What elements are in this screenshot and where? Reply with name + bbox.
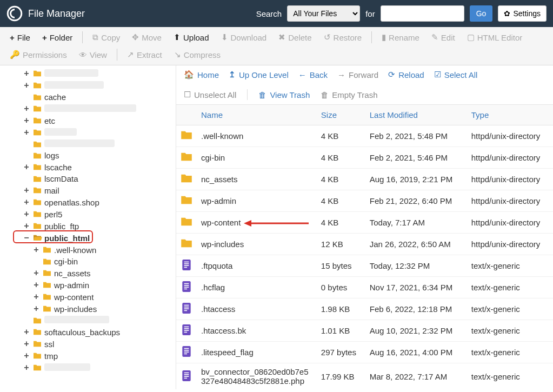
compress-icon: ↘ — [174, 50, 181, 59]
expander-icon[interactable]: + — [23, 351, 30, 361]
restore-button[interactable]: ↺Restore — [318, 29, 368, 45]
tree-item[interactable]: +mail — [2, 184, 176, 196]
table-row[interactable]: wp-includes12 KBJan 26, 2022, 6:50 AMhtt… — [176, 234, 553, 255]
settings-button[interactable]: ✿ Settings — [498, 5, 547, 22]
go-button[interactable]: Go — [470, 5, 493, 22]
col-type[interactable]: Type — [467, 105, 553, 125]
forward-button[interactable]: →Forward — [337, 70, 378, 79]
tree-item[interactable]: +softaculous_backups — [2, 326, 176, 338]
download-button[interactable]: ⬇Download — [216, 29, 272, 45]
tree-item[interactable]: +.well-known — [2, 244, 176, 256]
tree-item[interactable]: + — [2, 127, 176, 138]
tree-item[interactable]: + — [2, 362, 176, 374]
html-editor-button[interactable]: ▢HTML Editor — [462, 29, 528, 45]
tree-item[interactable]: cache — [2, 91, 176, 103]
table-row[interactable]: .htaccess.bk1.01 KBAug 10, 2021, 2:32 PM… — [176, 320, 553, 342]
expander-icon[interactable]: + — [23, 327, 30, 337]
move-button[interactable]: ✥Move — [126, 29, 167, 45]
extract-button[interactable]: ↗Extract — [122, 46, 168, 63]
table-row[interactable]: bv_connector_08620ed0b7e5327e48048483c5f… — [176, 363, 553, 390]
up-one-level-button[interactable]: ↥Up One Level — [229, 70, 289, 79]
expander-icon[interactable]: + — [32, 280, 40, 290]
search-scope-select[interactable]: All Your Files — [287, 5, 360, 22]
tree-item[interactable]: +wp-admin — [2, 279, 176, 291]
expander-icon[interactable]: + — [23, 209, 30, 219]
new-file-button[interactable]: +File — [4, 29, 36, 45]
tree-item[interactable]: logs — [2, 150, 176, 161]
folder-icon — [42, 258, 52, 265]
search-input[interactable] — [381, 5, 464, 22]
tree-item[interactable] — [2, 315, 176, 326]
tree-item[interactable]: + — [2, 103, 176, 115]
reload-button[interactable]: ⟳Reload — [388, 70, 424, 79]
new-folder-button[interactable]: +Folder — [37, 29, 78, 45]
tree-item[interactable]: + — [2, 68, 176, 79]
expander-icon[interactable]: + — [23, 185, 30, 195]
view-button[interactable]: 👁View — [74, 46, 112, 63]
expander-icon[interactable]: + — [23, 162, 30, 172]
table-row[interactable]: nc_assets4 KBAug 16, 2019, 2:21 PMhttpd/… — [176, 169, 553, 190]
table-row[interactable]: .hcflag0 bytesNov 17, 2021, 6:34 PMtext/… — [176, 277, 553, 298]
table-row[interactable]: .well-known4 KBFeb 2, 2021, 5:48 PMhttpd… — [176, 125, 553, 147]
folder-tree[interactable]: ++cache++etc+logs+lscachelscmData+mail+o… — [0, 65, 176, 389]
tree-item[interactable]: +etc — [2, 115, 176, 127]
expander-icon[interactable]: + — [23, 128, 30, 137]
table-row[interactable]: .litespeed_flag297 bytesAug 16, 2021, 4:… — [176, 342, 553, 363]
tree-item[interactable]: +wp-content — [2, 291, 176, 303]
file-modified: Feb 2, 2021, 5:48 PM — [365, 125, 467, 147]
expander-icon[interactable]: + — [32, 292, 40, 302]
tree-item[interactable]: +nc_assets — [2, 267, 176, 279]
expander-icon[interactable]: + — [32, 245, 40, 255]
col-name[interactable]: Name — [197, 105, 317, 125]
tree-item[interactable]: + — [2, 79, 176, 91]
table-row[interactable]: wp-admin4 KBFeb 21, 2022, 6:40 PMhttpd/u… — [176, 190, 553, 212]
expander-icon[interactable]: + — [32, 268, 40, 278]
home-button[interactable]: 🏠Home — [184, 70, 219, 79]
expander-icon[interactable]: + — [23, 197, 30, 207]
select-all-button[interactable]: ☑Select All — [434, 70, 478, 79]
tree-item[interactable]: cgi-bin — [2, 256, 176, 267]
file-icon — [181, 302, 192, 314]
tree-item[interactable]: +wp-includes — [2, 303, 176, 315]
table-row[interactable]: .ftpquota15 bytesToday, 12:32 PMtext/x-g… — [176, 255, 553, 277]
delete-button[interactable]: ✖Delete — [273, 29, 317, 45]
back-button[interactable]: ←Back — [298, 70, 328, 79]
folder-icon — [32, 364, 42, 371]
tree-item[interactable]: +openatlas.shop — [2, 196, 176, 208]
col-modified[interactable]: Last Modified — [365, 105, 467, 125]
tree-item[interactable]: +perl5 — [2, 208, 176, 220]
file-size: 1.98 KB — [317, 298, 365, 320]
tree-item[interactable]: +tmp — [2, 350, 176, 362]
unselect-all-button[interactable]: ☐Unselect All — [184, 89, 236, 100]
expander-icon[interactable]: + — [23, 339, 30, 349]
edit-button[interactable]: ✎Edit — [426, 29, 461, 45]
file-size: 12 KB — [317, 234, 365, 255]
expander-icon[interactable]: + — [23, 221, 30, 231]
file-type: text/x-generic — [467, 320, 553, 342]
tree-item[interactable] — [2, 138, 176, 150]
reload-icon: ⟳ — [388, 70, 395, 79]
copy-button[interactable]: ⧉Copy — [87, 29, 125, 45]
view-trash-button[interactable]: 🗑View Trash — [258, 89, 310, 100]
empty-trash-button[interactable]: 🗑Empty Trash — [321, 89, 377, 100]
rename-button[interactable]: ▮Rename — [376, 29, 425, 45]
check-icon: ☑ — [434, 70, 441, 79]
tree-item[interactable]: +ssl — [2, 338, 176, 350]
expander-icon[interactable]: + — [32, 304, 40, 314]
permissions-button[interactable]: 🔑Permissions — [4, 46, 72, 63]
tree-item[interactable]: lscmData — [2, 173, 176, 184]
table-row[interactable]: cgi-bin4 KBFeb 2, 2021, 5:46 PMhttpd/uni… — [176, 147, 553, 169]
compress-button[interactable]: ↘Compress — [169, 46, 226, 63]
table-row[interactable]: .htaccess1.98 KBFeb 6, 2022, 12:18 PMtex… — [176, 298, 553, 320]
col-size[interactable]: Size — [317, 105, 365, 125]
tree-item[interactable]: +lscache — [2, 161, 176, 173]
file-table[interactable]: Name Size Last Modified Type .well-known… — [176, 105, 553, 389]
upload-button[interactable]: ⬆Upload — [168, 29, 215, 45]
table-row[interactable]: wp-content4 KBToday, 7:17 AMhttpd/unix-d… — [176, 212, 553, 234]
tree-label: mail — [44, 186, 59, 195]
expander-icon[interactable]: + — [23, 116, 30, 125]
expander-icon[interactable]: + — [23, 69, 30, 78]
expander-icon[interactable]: + — [23, 104, 30, 114]
expander-icon[interactable]: + — [23, 363, 30, 373]
expander-icon[interactable]: + — [23, 81, 30, 90]
